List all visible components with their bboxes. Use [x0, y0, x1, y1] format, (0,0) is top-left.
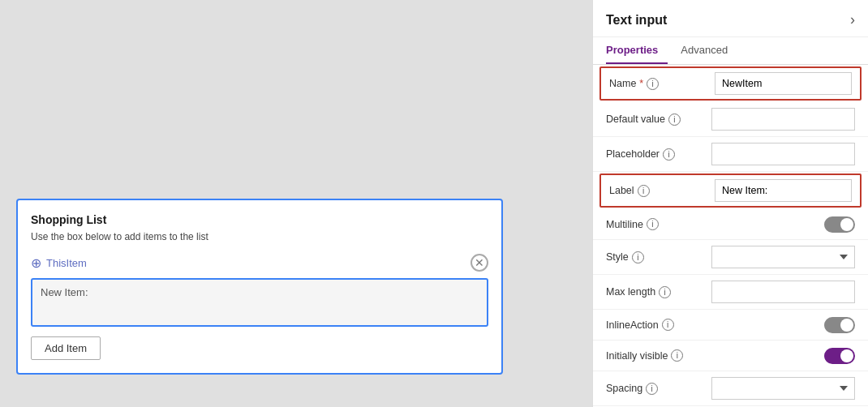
- right-panel: Text input › Properties Advanced Name * …: [592, 0, 868, 407]
- prop-label-label: Label i: [609, 185, 715, 197]
- card-subtitle: Use the box below to add items to the li…: [31, 231, 488, 242]
- prop-label-spacing: Spacing i: [606, 383, 711, 395]
- prop-value-default: [711, 108, 855, 131]
- canvas-area: Shopping List Use the box below to add i…: [0, 0, 592, 407]
- default-value-input[interactable]: [711, 108, 855, 131]
- close-icon[interactable]: ✕: [471, 254, 488, 272]
- style-select[interactable]: [711, 246, 855, 268]
- placeholder-info-icon: i: [663, 148, 675, 161]
- prop-row-spacing: Spacing i: [593, 371, 868, 406]
- name-info-icon: i: [647, 78, 659, 90]
- prop-row-multiline: Multiline i: [593, 209, 868, 240]
- multiline-toggle[interactable]: [824, 216, 855, 233]
- max-length-input[interactable]: [711, 281, 855, 303]
- move-icon[interactable]: ⊕: [31, 255, 41, 271]
- inline-action-toggle[interactable]: [824, 317, 855, 333]
- prop-row-placeholder: Placeholder i: [593, 137, 868, 172]
- max-length-info-icon: i: [659, 286, 671, 298]
- placeholder-input[interactable]: [711, 143, 855, 165]
- prop-label-initially-visible: Initially visible i: [606, 349, 711, 362]
- label-label-text: Label: [609, 185, 634, 196]
- spacing-text: Spacing: [606, 383, 642, 394]
- panel-title: Text input: [606, 13, 667, 28]
- prop-value-multiline: [711, 216, 855, 233]
- spacing-select[interactable]: [711, 377, 855, 400]
- prop-label-max-length: Max length i: [606, 286, 711, 298]
- item-row: ⊕ ThisItem ✕: [31, 254, 488, 272]
- default-value-info-icon: i: [668, 114, 681, 126]
- prop-row-label: Label i: [599, 174, 862, 208]
- prop-label-inline-action: InlineAction i: [606, 319, 711, 331]
- max-length-text: Max length: [606, 286, 655, 298]
- card-title: Shopping List: [31, 213, 488, 226]
- prop-row-style: Style i: [593, 240, 868, 275]
- prop-label-multiline: Multiline i: [606, 218, 711, 230]
- form-card: Shopping List Use the box below to add i…: [16, 199, 503, 375]
- prop-row-initially-visible: Initially visible i: [593, 341, 868, 371]
- prop-value-style: [711, 246, 855, 268]
- default-value-text: Default value: [606, 114, 665, 125]
- label-info-icon: i: [638, 185, 650, 197]
- multiline-text: Multiline: [606, 219, 643, 230]
- panel-chevron-icon[interactable]: ›: [850, 11, 855, 28]
- prop-value-name: [715, 72, 852, 95]
- inline-action-info-icon: i: [662, 319, 674, 331]
- initially-visible-toggle[interactable]: [824, 348, 855, 364]
- prop-row-max-length: Max length i: [593, 275, 868, 310]
- name-input[interactable]: [715, 72, 852, 95]
- style-text: Style: [606, 251, 629, 263]
- properties-list: Name * i Default value i Placeholder i: [593, 65, 868, 407]
- panel-header: Text input ›: [593, 0, 868, 37]
- prop-label-placeholder: Placeholder i: [606, 148, 711, 161]
- initially-visible-text: Initially visible: [606, 350, 668, 362]
- text-input-box[interactable]: New Item:: [31, 278, 488, 327]
- spacing-info-icon: i: [646, 383, 658, 395]
- prop-row-inline-action: InlineAction i: [593, 310, 868, 341]
- multiline-info-icon: i: [647, 218, 659, 230]
- text-input-label: New Item:: [41, 286, 88, 298]
- label-input[interactable]: [715, 179, 852, 202]
- prop-value-placeholder: [711, 143, 855, 165]
- tab-advanced[interactable]: Advanced: [681, 37, 737, 64]
- required-indicator: *: [639, 78, 643, 89]
- panel-tabs: Properties Advanced: [593, 37, 868, 65]
- prop-value-spacing: [711, 377, 855, 400]
- prop-value-initially-visible: [711, 348, 855, 364]
- prop-value-inline-action: [711, 317, 855, 333]
- inline-action-text: InlineAction: [606, 319, 659, 331]
- placeholder-text: Placeholder: [606, 148, 660, 160]
- prop-value-max-length: [711, 281, 855, 303]
- style-info-icon: i: [632, 251, 644, 263]
- add-item-button[interactable]: Add Item: [31, 336, 101, 360]
- prop-label-default-value: Default value i: [606, 114, 711, 126]
- prop-label-name: Name * i: [609, 78, 715, 90]
- prop-row-name: Name * i: [599, 66, 862, 101]
- prop-row-default-value: Default value i: [593, 102, 868, 137]
- prop-label-style: Style i: [606, 251, 711, 263]
- initially-visible-info-icon: i: [671, 349, 683, 362]
- prop-value-label: [715, 179, 852, 202]
- tab-properties[interactable]: Properties: [606, 37, 668, 64]
- item-label: ThisItem: [46, 257, 471, 269]
- name-label-text: Name: [609, 78, 636, 89]
